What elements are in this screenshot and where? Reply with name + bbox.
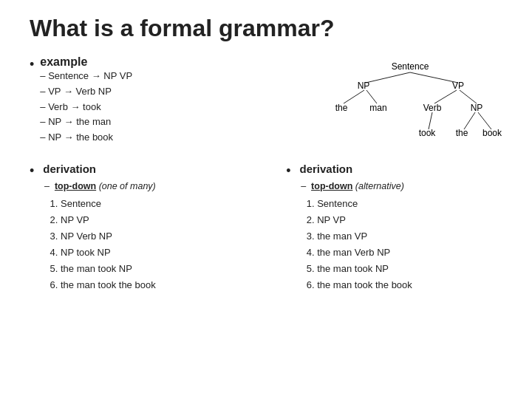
node-np1: NP (358, 81, 370, 91)
node-vp: VP (452, 81, 464, 91)
deriv-left-step-4: NP took NP (61, 245, 279, 261)
bullet-point: • (30, 57, 34, 72)
example-section: • example Sentence → NP VP VP → Verb NP … (30, 55, 266, 146)
deriv-left-list: Sentence NP VP NP Verb NP NP took NP the… (47, 196, 279, 294)
node-the2: the (456, 128, 468, 138)
deriv-right-sub: – top-down (alternative) (301, 181, 404, 191)
deriv-left-sub: – top-down (one of many) (44, 181, 156, 191)
left-section: • example Sentence → NP VP VP → Verb NP … (30, 55, 266, 156)
page: What is a formal grammar? • example Sent… (0, 0, 532, 309)
rule-5: NP → the book (40, 130, 132, 146)
svg-line-4 (434, 90, 457, 103)
deriv-right-step-5: the man took NP (317, 261, 502, 277)
svg-line-1 (410, 72, 458, 83)
node-sentence: Sentence (392, 61, 429, 72)
svg-line-5 (460, 90, 477, 103)
deriv-right-step-6: the man took the book (317, 277, 502, 293)
page-title: What is a formal grammar? (30, 15, 502, 42)
deriv-left-step-6: the man took the book (61, 277, 279, 293)
node-book: book (482, 128, 502, 138)
deriv-right-step-2: NP VP (317, 212, 502, 228)
bottom-section: • derivation – top-down (one of many) Se… (30, 162, 502, 294)
deriv-right-list: Sentence NP VP the man VP the man Verb N… (304, 196, 502, 294)
node-man: man (369, 103, 386, 113)
deriv-left-title: derivation (43, 163, 96, 175)
tree-diagram: Sentence NP VP the man Verb NP took the … (318, 59, 502, 155)
deriv-left-step-5: the man took NP (61, 261, 279, 277)
rules-list: Sentence → NP VP VP → Verb NP Verb → too… (40, 69, 132, 146)
svg-line-8 (478, 112, 491, 129)
bullet-deriv-right: • (286, 163, 290, 179)
node-the1: the (335, 103, 348, 113)
svg-line-0 (366, 72, 410, 83)
example-label: example (40, 55, 87, 68)
svg-line-3 (366, 90, 377, 103)
deriv-right-step-4: the man Verb NP (317, 245, 502, 261)
rule-3: Verb → took (40, 100, 132, 115)
rule-2: VP → Verb NP (40, 84, 132, 100)
bullet-deriv-left: • (30, 163, 34, 179)
svg-line-2 (344, 90, 364, 103)
example-block: example Sentence → NP VP VP → Verb NP Ve… (40, 55, 132, 146)
svg-line-7 (464, 112, 475, 129)
deriv-left-step-3: NP Verb NP (61, 228, 279, 245)
deriv-left-step-2: NP VP (61, 212, 279, 228)
deriv-right-title: derivation (300, 163, 353, 175)
derivation-left: • derivation – top-down (one of many) Se… (30, 162, 279, 294)
node-np2: NP (471, 103, 483, 113)
main-content: • example Sentence → NP VP VP → Verb NP … (30, 55, 502, 156)
deriv-right-step-1: Sentence (317, 196, 502, 212)
rule-1: Sentence → NP VP (40, 69, 132, 84)
node-verb: Verb (423, 103, 442, 113)
rule-4: NP → the man (40, 115, 132, 130)
derivation-right: • derivation – top-down (alternative) Se… (279, 162, 502, 294)
tree-section: Sentence NP VP the man Verb NP took the … (266, 55, 502, 156)
deriv-right-step-3: the man VP (317, 228, 502, 245)
node-took: took (419, 128, 437, 138)
svg-line-6 (429, 112, 432, 129)
deriv-left-step-1: Sentence (61, 196, 279, 212)
tree-svg: Sentence NP VP the man Verb NP took the … (318, 59, 502, 155)
